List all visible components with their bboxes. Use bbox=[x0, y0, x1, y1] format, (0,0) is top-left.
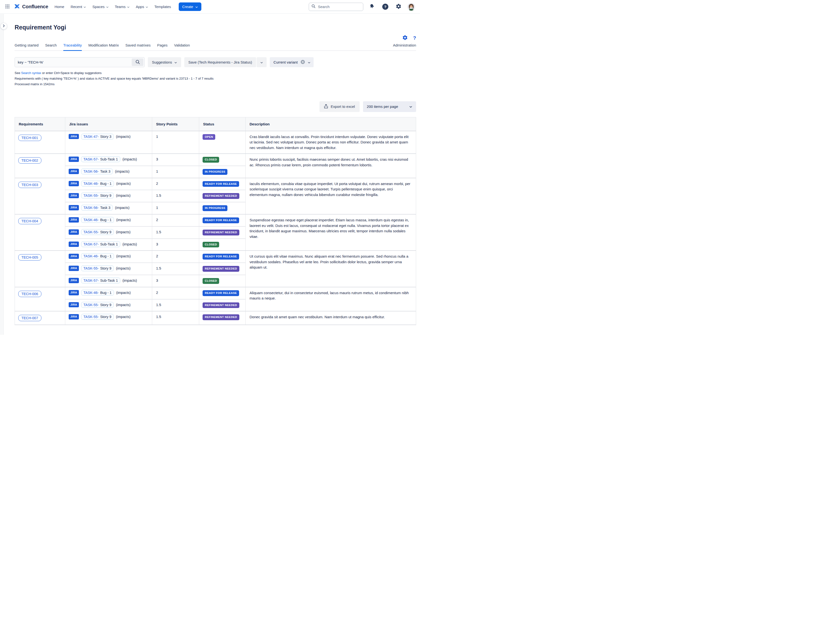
jira-badge: JIRA bbox=[69, 169, 79, 174]
requirement-key-link[interactable]: TECH-003 bbox=[18, 182, 41, 188]
expand-sidebar-button[interactable] bbox=[0, 23, 7, 30]
query-input[interactable] bbox=[15, 60, 132, 64]
confluence-logo[interactable]: Confluence bbox=[14, 3, 48, 10]
status-badge: READY FOR RELEASE bbox=[202, 254, 239, 260]
tab-pages[interactable]: Pages bbox=[157, 43, 167, 51]
jira-issue-cell: JIRATASK-55-Story 9(impacts) bbox=[65, 299, 152, 311]
jira-issue-link[interactable]: TASK-55-Story 9 bbox=[81, 193, 114, 198]
nav-item-label: Teams bbox=[115, 4, 125, 9]
nav-item-spaces[interactable]: Spaces bbox=[92, 4, 108, 9]
variant-label: Current variant bbox=[273, 60, 298, 64]
nav-item-apps[interactable]: Apps bbox=[136, 4, 148, 9]
gear-icon bbox=[396, 3, 402, 10]
jira-issue-link[interactable]: TASK-46-Bug - 1 bbox=[81, 217, 114, 223]
variant-select[interactable]: Current variant bbox=[270, 57, 313, 67]
requirement-key-link[interactable]: TECH-004 bbox=[18, 218, 41, 224]
jira-issue: JIRATASK-55-Story 9(impacts) bbox=[69, 314, 149, 320]
impacts-label: (impacts) bbox=[123, 242, 137, 246]
tab-getting-started[interactable]: Getting started bbox=[15, 43, 38, 51]
tab-modification-matrix[interactable]: Modification Matrix bbox=[89, 43, 119, 51]
jira-issue-link[interactable]: TASK-46-Bug - 1 bbox=[81, 290, 114, 295]
jira-badge: JIRA bbox=[69, 266, 79, 271]
jira-issue: JIRATASK-56-Task 3(impacts) bbox=[69, 168, 149, 174]
help-button[interactable]: ? bbox=[381, 2, 390, 11]
global-search-box[interactable] bbox=[309, 3, 363, 11]
tab-traceability[interactable]: Traceability bbox=[63, 43, 82, 51]
save-matrix-dropdown-button[interactable] bbox=[257, 57, 267, 67]
jira-issue-link[interactable]: TASK-56-Task 3 bbox=[81, 168, 113, 174]
chevron-down-icon bbox=[308, 60, 310, 64]
jira-issue-link[interactable]: TASK-55-Story 9 bbox=[81, 302, 114, 308]
requirement-key-link[interactable]: TECH-007 bbox=[18, 315, 41, 321]
jira-issue-link[interactable]: TASK-56-Task 3 bbox=[81, 205, 113, 211]
jira-badge: JIRA bbox=[69, 302, 79, 307]
requirement-cell: TECH-007 bbox=[15, 311, 65, 325]
status-badge: REFINEMENT NEEDED bbox=[202, 266, 239, 272]
tab-search[interactable]: Search bbox=[45, 43, 57, 51]
tab-administration[interactable]: Administration bbox=[393, 43, 416, 51]
chevron-down-icon bbox=[195, 4, 198, 9]
page-size-select[interactable]: 200 items per page bbox=[363, 101, 416, 112]
jira-issue-title: Bug - 1 bbox=[100, 182, 112, 186]
brand-name: Confluence bbox=[22, 4, 48, 9]
create-button-label: Create bbox=[182, 4, 193, 9]
status-badge: IN PROGRESS bbox=[202, 169, 227, 175]
jira-issue-cell: JIRATASK-55-Story 9(impacts) bbox=[65, 190, 152, 202]
jira-issue-link[interactable]: TASK-57-Sub-Task 1 bbox=[81, 156, 120, 162]
page-title: Requirement Yogi bbox=[15, 24, 416, 31]
search-syntax-link[interactable]: Search syntax bbox=[21, 71, 41, 75]
story-points-cell: 1 bbox=[152, 166, 199, 178]
description-cell: Iaculis elementum, conubia vitae quisque… bbox=[246, 178, 416, 214]
chevron-down-icon bbox=[409, 105, 412, 109]
plugin-help-button[interactable]: ? bbox=[413, 35, 416, 41]
jira-issue-link[interactable]: TASK-57-Sub-Task 1 bbox=[81, 278, 120, 283]
export-to-excel-button[interactable]: Export to excel bbox=[319, 101, 359, 112]
nav-item-recent[interactable]: Recent bbox=[71, 4, 86, 9]
nav-item-home[interactable]: Home bbox=[55, 4, 64, 9]
nav-item-templates[interactable]: Templates bbox=[154, 4, 171, 9]
jira-issue-link[interactable]: TASK-46-Bug - 1 bbox=[81, 253, 114, 259]
jira-issue-cell: JIRATASK-46-Bug - 1(impacts) bbox=[65, 287, 152, 299]
table-toolbar: Export to excel 200 items per page bbox=[15, 101, 416, 112]
jira-issue-cell: JIRATASK-47-Story 3(impacts) bbox=[65, 131, 152, 154]
requirement-cell: TECH-001 bbox=[15, 131, 65, 154]
jira-issue-link[interactable]: TASK-46-Bug - 1 bbox=[81, 181, 114, 186]
requirement-key-link[interactable]: TECH-006 bbox=[18, 291, 41, 297]
jira-badge: JIRA bbox=[69, 193, 79, 198]
plugin-settings-button[interactable] bbox=[402, 35, 408, 41]
notifications-button[interactable] bbox=[368, 2, 376, 12]
jira-issue-link[interactable]: TASK-55-Story 9 bbox=[81, 229, 114, 235]
app-switcher-button[interactable] bbox=[3, 3, 12, 11]
requirement-key-link[interactable]: TECH-005 bbox=[18, 254, 41, 261]
nav-item-teams[interactable]: Teams bbox=[115, 4, 130, 9]
requirement-key-link[interactable]: TECH-002 bbox=[18, 157, 41, 164]
column-header-status: Status bbox=[199, 117, 246, 131]
jira-issue-cell: JIRATASK-55-Story 9(impacts) bbox=[65, 226, 152, 239]
jira-issue: JIRATASK-57-Sub-Task 1(impacts) bbox=[69, 278, 149, 283]
jira-issue: JIRATASK-55-Story 9(impacts) bbox=[69, 193, 149, 198]
run-search-button[interactable] bbox=[132, 58, 143, 66]
impacts-label: (impacts) bbox=[123, 157, 137, 161]
jira-issue-link[interactable]: TASK-47-Story 3 bbox=[81, 134, 114, 140]
jira-badge: JIRA bbox=[69, 217, 79, 223]
suggestions-button[interactable]: Suggestions bbox=[148, 57, 181, 67]
global-search-input[interactable] bbox=[317, 4, 360, 9]
create-button[interactable]: Create bbox=[179, 3, 201, 11]
jira-issue-cell: JIRATASK-46-Bug - 1(impacts) bbox=[65, 178, 152, 190]
user-avatar[interactable] bbox=[407, 3, 415, 11]
tab-saved-matrixes[interactable]: Saved matrixes bbox=[125, 43, 151, 51]
save-matrix-button[interactable]: Save (Tech Requirements - Jira Status) bbox=[184, 57, 256, 67]
jira-issue-title: Story 9 bbox=[100, 303, 111, 307]
impacts-label: (impacts) bbox=[115, 170, 130, 173]
jira-issue: JIRATASK-56-Task 3(impacts) bbox=[69, 205, 149, 211]
jira-issue-key: TASK-56- bbox=[84, 170, 99, 173]
jira-issue-link[interactable]: TASK-55-Story 9 bbox=[81, 266, 114, 271]
chevron-right-icon bbox=[3, 24, 5, 28]
query-input-box bbox=[15, 57, 145, 67]
tab-validation[interactable]: Validation bbox=[174, 43, 190, 51]
requirement-key-link[interactable]: TECH-001 bbox=[18, 135, 41, 141]
jira-issue-link[interactable]: TASK-57-Sub-Task 1 bbox=[81, 241, 120, 247]
jira-issue-link[interactable]: TASK-55-Story 9 bbox=[81, 314, 114, 320]
settings-button[interactable] bbox=[394, 2, 403, 12]
clear-variant-icon[interactable] bbox=[301, 60, 305, 65]
